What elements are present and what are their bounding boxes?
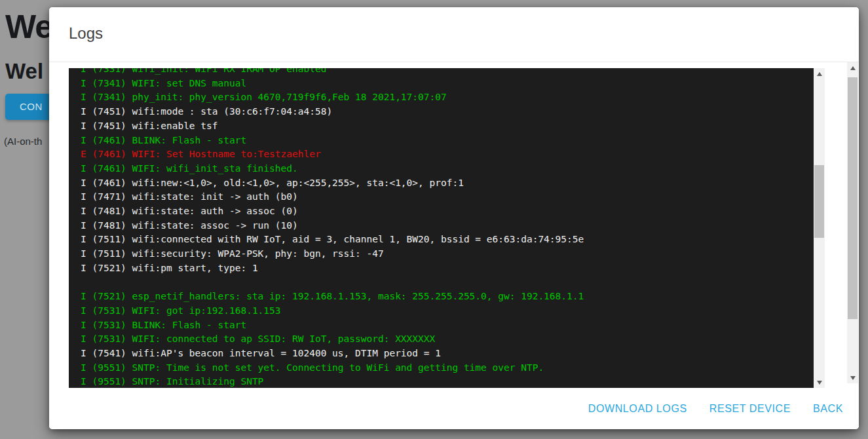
dialog-scrollbar-thumb[interactable]	[848, 77, 858, 319]
scroll-down-icon	[850, 376, 856, 380]
dialog-scroll-down-button[interactable]	[847, 372, 858, 383]
log-scrollbar[interactable]	[814, 68, 825, 388]
dialog-title: Logs	[69, 24, 103, 43]
log-line: I (7461) WIFI: wifi_init_sta finished.	[81, 162, 584, 176]
dialog-footer-actions: DOWNLOAD LOGSRESET DEVICEBACK	[49, 388, 859, 429]
log-output: I (7331) wifi_init: WiFi RX IRAM OP enab…	[81, 68, 584, 388]
log-line: I (7341) phy_init: phy_version 4670,719f…	[81, 90, 584, 105]
scroll-up-icon	[850, 66, 856, 70]
log-line: I (7521) wifi:pm start, type: 1	[81, 261, 584, 276]
reset-device-button[interactable]: RESET DEVICE	[709, 403, 791, 415]
log-line: I (7451) wifi:enable tsf	[81, 119, 584, 134]
log-line	[81, 276, 584, 290]
log-line: I (7511) wifi:connected with RW IoT, aid…	[81, 233, 584, 247]
log-line: I (7481) wifi:state: auth -> assoc (0)	[81, 204, 584, 219]
dialog-scrollbar[interactable]	[847, 62, 858, 383]
log-line: I (7331) wifi_init: WiFi RX IRAM OP enab…	[81, 68, 584, 77]
page-heading-clipped: We	[5, 8, 52, 46]
log-line: I (7481) wifi:state: assoc -> run (10)	[81, 219, 584, 233]
logs-dialog: Logs I (7331) wifi_init: WiFi RX IRAM OP…	[49, 7, 859, 429]
log-line: I (7471) wifi:state: init -> auth (b0)	[81, 190, 584, 204]
log-line: I (7511) wifi:security: WPA2-PSK, phy: b…	[81, 247, 584, 261]
log-line: I (7521) esp_netif_handlers: sta ip: 192…	[81, 290, 584, 304]
download-logs-button[interactable]: DOWNLOAD LOGS	[588, 403, 687, 415]
log-line: I (7531) WIFI: connected to ap SSID: RW …	[81, 332, 584, 347]
log-line: E (7461) WIFI: Set Hostname to:Testzaehl…	[81, 147, 584, 162]
log-line: I (7451) wifi:mode : sta (30:c6:f7:04:a4…	[81, 105, 584, 119]
page-caption-clipped: (AI-on-th	[4, 136, 42, 147]
log-line: I (7341) WIFI: set DNS manual	[81, 77, 584, 91]
log-line: I (9551) SNTP: Initializing SNTP	[81, 375, 584, 388]
log-line: I (7461) wifi:new:<1,0>, old:<1,0>, ap:<…	[81, 176, 584, 191]
scroll-up-icon	[817, 72, 822, 76]
dialog-scroll-up-button[interactable]	[847, 62, 858, 73]
log-line: I (7541) wifi:AP's beacon interval = 102…	[81, 347, 584, 361]
log-line: I (9551) SNTP: Time is not set yet. Conn…	[81, 361, 584, 375]
dialog-header: Logs	[49, 7, 859, 62]
page-subheading-clipped: Wel	[5, 59, 43, 84]
log-scrollbar-thumb[interactable]	[814, 165, 824, 238]
log-terminal[interactable]: I (7331) wifi_init: WiFi RX IRAM OP enab…	[69, 68, 825, 388]
back-button[interactable]: BACK	[813, 403, 843, 415]
log-line: I (7531) WIFI: got ip:192.168.1.153	[81, 304, 584, 318]
log-line: I (7531) BLINK: Flash - start	[81, 318, 584, 333]
log-line: I (7461) BLINK: Flash - start	[81, 134, 584, 148]
log-scroll-down-button[interactable]	[814, 377, 825, 388]
log-scroll-up-button[interactable]	[814, 68, 825, 79]
scroll-down-icon	[817, 381, 822, 385]
